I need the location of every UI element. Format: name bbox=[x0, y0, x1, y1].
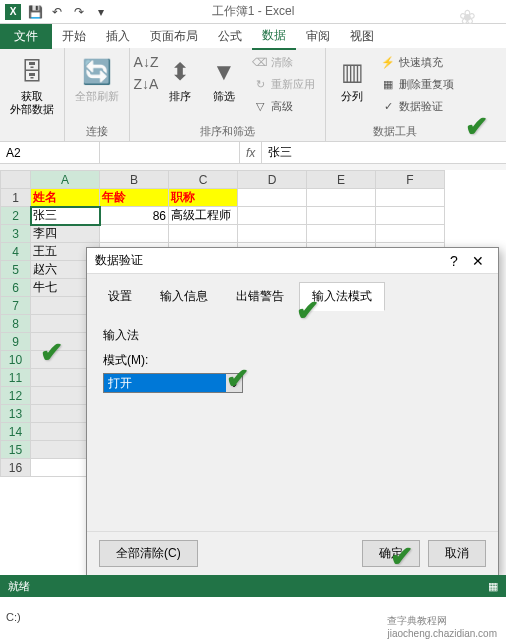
sort-asc-icon[interactable]: A↓Z bbox=[136, 52, 156, 72]
row-header-7[interactable]: 7 bbox=[1, 297, 31, 315]
btn-reapply[interactable]: ↻重新应用 bbox=[248, 74, 319, 94]
tab-review[interactable]: 审阅 bbox=[296, 24, 340, 49]
group-data-tools: ▥ 分列 ⚡快速填充 ▦删除重复项 ✓数据验证 数据工具 bbox=[326, 48, 464, 141]
formula-bar[interactable] bbox=[262, 142, 506, 163]
name-box[interactable] bbox=[0, 142, 100, 163]
col-header-C[interactable]: C bbox=[169, 171, 238, 189]
dialog-title: 数据验证 bbox=[95, 252, 442, 269]
row-header-3[interactable]: 3 bbox=[1, 225, 31, 243]
cell-C1[interactable]: 职称 bbox=[169, 189, 238, 207]
row-header-5[interactable]: 5 bbox=[1, 261, 31, 279]
cell-E1[interactable] bbox=[307, 189, 376, 207]
dialog-help-button[interactable]: ? bbox=[442, 253, 466, 269]
cell-D1[interactable] bbox=[238, 189, 307, 207]
clear-icon: ⌫ bbox=[252, 54, 268, 70]
btn-remove-duplicates[interactable]: ▦删除重复项 bbox=[376, 74, 458, 94]
cell-A2[interactable]: 张三 bbox=[31, 207, 100, 225]
btn-external-data[interactable]: 🗄 获取 外部数据 bbox=[6, 52, 58, 120]
tab-formulas[interactable]: 公式 bbox=[208, 24, 252, 49]
group-connections: 🔄 全部刷新 连接 bbox=[65, 48, 130, 141]
row-header-15[interactable]: 15 bbox=[1, 441, 31, 459]
select-all-corner[interactable] bbox=[1, 171, 31, 189]
fx-label[interactable]: fx bbox=[240, 142, 262, 163]
btn-filter[interactable]: ▼ 筛选 bbox=[204, 52, 244, 107]
row-header-10[interactable]: 10 bbox=[1, 351, 31, 369]
col-header-A[interactable]: A bbox=[31, 171, 100, 189]
refresh-icon: 🔄 bbox=[81, 56, 113, 88]
columns-icon: ▥ bbox=[336, 56, 368, 88]
tab-ime-mode[interactable]: 输入法模式 bbox=[299, 282, 385, 311]
cell-F1[interactable] bbox=[376, 189, 445, 207]
col-header-E[interactable]: E bbox=[307, 171, 376, 189]
tab-view[interactable]: 视图 bbox=[340, 24, 384, 49]
refresh-all-label: 全部刷新 bbox=[75, 90, 119, 103]
btn-sort[interactable]: ⬍ 排序 bbox=[160, 52, 200, 107]
cell-F2[interactable] bbox=[376, 207, 445, 225]
mode-select[interactable]: 打开 ⌄ bbox=[103, 373, 243, 393]
row-header-2[interactable]: 2 bbox=[1, 207, 31, 225]
ribbon: 🗄 获取 外部数据 🔄 全部刷新 连接 A↓Z Z↓A bbox=[0, 48, 506, 142]
btn-data-validation[interactable]: ✓数据验证 bbox=[376, 96, 458, 116]
btn-refresh-all[interactable]: 🔄 全部刷新 bbox=[71, 52, 123, 107]
col-header-B[interactable]: B bbox=[100, 171, 169, 189]
view-normal-icon[interactable]: ▦ bbox=[488, 580, 498, 593]
row-header-14[interactable]: 14 bbox=[1, 423, 31, 441]
redo-icon[interactable]: ↷ bbox=[70, 3, 88, 21]
tab-layout[interactable]: 页面布局 bbox=[140, 24, 208, 49]
row-header-9[interactable]: 9 bbox=[1, 333, 31, 351]
cell-B1[interactable]: 年龄 bbox=[100, 189, 169, 207]
btn-flash-fill[interactable]: ⚡快速填充 bbox=[376, 52, 458, 72]
cell-D2[interactable] bbox=[238, 207, 307, 225]
btn-clear-filter[interactable]: ⌫清除 bbox=[248, 52, 319, 72]
filter-icon: ▼ bbox=[208, 56, 240, 88]
group-sort-filter: A↓Z Z↓A ⬍ 排序 ▼ 筛选 ⌫清除 ↻重新应用 ▽高级 排序和筛选 bbox=[130, 48, 326, 141]
dialog-titlebar[interactable]: 数据验证 ? ✕ bbox=[87, 248, 498, 274]
btn-text-to-columns[interactable]: ▥ 分列 bbox=[332, 52, 372, 107]
validation-icon: ✓ bbox=[380, 98, 396, 114]
cell-B2[interactable]: 86 bbox=[100, 207, 169, 225]
data-tools-group-label: 数据工具 bbox=[332, 124, 458, 139]
row-header-6[interactable]: 6 bbox=[1, 279, 31, 297]
row-header-4[interactable]: 4 bbox=[1, 243, 31, 261]
tab-input-message[interactable]: 输入信息 bbox=[147, 282, 221, 311]
dialog-close-button[interactable]: ✕ bbox=[466, 253, 490, 269]
tab-settings[interactable]: 设置 bbox=[95, 282, 145, 311]
dialog-tabs: 设置 输入信息 出错警告 输入法模式 bbox=[87, 274, 498, 311]
sort-label: 排序 bbox=[169, 90, 191, 103]
undo-icon[interactable]: ↶ bbox=[48, 3, 66, 21]
tab-insert[interactable]: 插入 bbox=[96, 24, 140, 49]
flash-fill-icon: ⚡ bbox=[380, 54, 396, 70]
col-header-F[interactable]: F bbox=[376, 171, 445, 189]
btn-advanced-filter[interactable]: ▽高级 bbox=[248, 96, 319, 116]
tab-file[interactable]: 文件 bbox=[0, 24, 52, 49]
qat-customize-icon[interactable]: ▾ bbox=[92, 3, 110, 21]
decoration-icon: ❀ bbox=[459, 5, 476, 29]
cell-E2[interactable] bbox=[307, 207, 376, 225]
tab-error-alert[interactable]: 出错警告 bbox=[223, 282, 297, 311]
save-icon[interactable]: 💾 bbox=[26, 3, 44, 21]
row-header-16[interactable]: 16 bbox=[1, 459, 31, 477]
row-header-8[interactable]: 8 bbox=[1, 315, 31, 333]
formula-bar-row: fx bbox=[0, 142, 506, 164]
col-header-D[interactable]: D bbox=[238, 171, 307, 189]
cell-A1[interactable]: 姓名 bbox=[31, 189, 100, 207]
row-header-1[interactable]: 1 bbox=[1, 189, 31, 207]
data-validation-dialog: 数据验证 ? ✕ 设置 输入信息 出错警告 输入法模式 输入法 模式(M): 打… bbox=[86, 247, 499, 576]
window-title: 工作簿1 - Excel bbox=[212, 3, 295, 20]
external-data-icon: 🗄 bbox=[16, 56, 48, 88]
row-header-11[interactable]: 11 bbox=[1, 369, 31, 387]
clear-all-button[interactable]: 全部清除(C) bbox=[99, 540, 198, 567]
tab-home[interactable]: 开始 bbox=[52, 24, 96, 49]
cancel-button[interactable]: 取消 bbox=[428, 540, 486, 567]
status-bar: 就绪 ▦ bbox=[0, 575, 506, 597]
ok-button[interactable]: 确定 bbox=[362, 540, 420, 567]
sort-desc-icon[interactable]: Z↓A bbox=[136, 74, 156, 94]
dropdown-arrow-icon: ⌄ bbox=[226, 374, 242, 392]
cell-A3[interactable]: 李四 bbox=[31, 225, 100, 243]
row-header-13[interactable]: 13 bbox=[1, 405, 31, 423]
cell-C2[interactable]: 高级工程师 bbox=[169, 207, 238, 225]
row-header-12[interactable]: 12 bbox=[1, 387, 31, 405]
tab-data[interactable]: 数据 bbox=[252, 23, 296, 50]
text-to-columns-label: 分列 bbox=[341, 90, 363, 103]
advanced-icon: ▽ bbox=[252, 98, 268, 114]
